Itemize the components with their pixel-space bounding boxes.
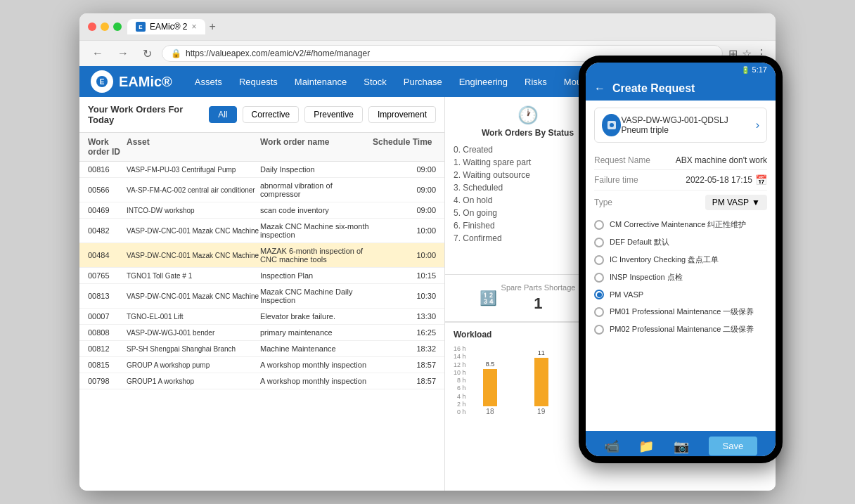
nav-maintenance[interactable]: Maintenance bbox=[286, 66, 355, 97]
browser-titlebar: E EAMic® 2 × + bbox=[79, 13, 776, 40]
panel-header: Your Work Orders For Today All Correctiv… bbox=[79, 97, 444, 133]
radio-item[interactable]: PM VASP bbox=[594, 287, 767, 302]
maximize-button[interactable] bbox=[113, 22, 122, 31]
row-name: primary maintenance bbox=[260, 328, 373, 337]
row-name: Mazak CNC Machine six-month inspection bbox=[260, 222, 373, 239]
table-row[interactable]: 00469 INTCO-DW workshop scan code invent… bbox=[79, 202, 444, 219]
table-row[interactable]: 00007 TGNO-EL-001 Lift Elevator brake fa… bbox=[79, 309, 444, 325]
save-button[interactable]: Save bbox=[709, 437, 758, 455]
minimize-button[interactable] bbox=[101, 22, 109, 31]
bar-stack: 8.5 bbox=[483, 336, 497, 406]
failure-time-label: Failure time bbox=[594, 175, 638, 185]
row-time: 10:00 bbox=[373, 251, 436, 259]
radio-label: INSP Inspection 点检 bbox=[610, 272, 683, 283]
bar-value: 8.5 bbox=[486, 361, 495, 368]
row-id: 00798 bbox=[88, 377, 127, 385]
table-row[interactable]: 00813 VASP-DW-CNC-001 Mazak CNC Machine … bbox=[79, 284, 444, 309]
row-name: Mazak CNC Machine Daily Inspection bbox=[260, 287, 373, 304]
radio-circle bbox=[594, 220, 604, 230]
phone-header: ← Create Request bbox=[586, 77, 776, 101]
table-row[interactable]: 00815 GROUP A workshop pump A workshop m… bbox=[79, 357, 444, 373]
camera-photo-icon[interactable]: 📷 bbox=[674, 439, 689, 454]
radio-item[interactable]: INSP Inspection 点检 bbox=[594, 270, 767, 285]
table-row[interactable]: 00566 VA-SP-FM-AC-002 central air condit… bbox=[79, 178, 444, 202]
row-name: scan code inventory bbox=[260, 206, 373, 214]
row-id: 00566 bbox=[88, 186, 127, 194]
filter-improvement[interactable]: Improvement bbox=[368, 106, 436, 123]
phone-back-button[interactable]: ← bbox=[594, 82, 605, 95]
row-id: 00765 bbox=[88, 271, 127, 280]
radio-label: PM01 Professional Maintenance 一级保养 bbox=[610, 306, 754, 317]
calc-icon: 🔢 bbox=[480, 290, 497, 306]
row-asset: SP-SH Shengpai Shanghai Branch bbox=[127, 345, 260, 353]
shortage-value: 1 bbox=[501, 295, 576, 313]
nav-purchase[interactable]: Purchase bbox=[395, 66, 451, 97]
logo-icon: E bbox=[91, 70, 113, 93]
radio-item[interactable]: DEF Default 默认 bbox=[594, 235, 767, 250]
table-row[interactable]: 00808 VASP-DW-WGJ-001 bender primary mai… bbox=[79, 325, 444, 341]
col-name: Work order name bbox=[260, 137, 373, 157]
forward-button[interactable]: → bbox=[113, 46, 133, 61]
radio-item[interactable]: PM01 Professional Maintenance 一级保养 bbox=[594, 304, 767, 319]
table-row[interactable]: 00816 VASP-FM-PU-03 Centrifugal Pump Dai… bbox=[79, 162, 444, 178]
radio-label: PM VASP bbox=[610, 290, 643, 299]
phone-title: Create Request bbox=[612, 82, 767, 95]
row-time: 18:32 bbox=[373, 344, 436, 353]
tab-close-icon[interactable]: × bbox=[192, 22, 197, 32]
type-selector[interactable]: PM VASP ▼ bbox=[705, 195, 767, 210]
table-row[interactable]: 00798 GROUP1 A workshop A workshop month… bbox=[79, 373, 444, 389]
nav-assets[interactable]: Assets bbox=[186, 66, 231, 97]
security-icon: 🔒 bbox=[171, 49, 181, 58]
chart-bar-group: 11 19 bbox=[520, 336, 562, 415]
asset-chevron-right-icon[interactable]: › bbox=[756, 119, 759, 131]
folder-icon[interactable]: 📁 bbox=[638, 439, 654, 454]
radio-item[interactable]: IC Inventory Checking 盘点工单 bbox=[594, 252, 767, 267]
request-name-row: Request Name ABX machine don't work bbox=[594, 151, 767, 170]
col-id: Work order ID bbox=[88, 137, 127, 157]
radio-item[interactable]: CM Corrective Maintenance 纠正性维护 bbox=[594, 217, 767, 232]
row-name: MAZAK 6-month inspection of CNC machine … bbox=[260, 247, 373, 264]
nav-stock[interactable]: Stock bbox=[355, 66, 395, 97]
logo-text: EAMic® bbox=[119, 74, 172, 90]
back-button[interactable]: ← bbox=[88, 46, 108, 61]
tab-bar: E EAMic® 2 × + bbox=[127, 19, 216, 34]
nav-engineering[interactable]: Engineering bbox=[451, 66, 516, 97]
status-name: 1. Waiting spare part bbox=[454, 157, 531, 167]
calendar-icon[interactable]: 📅 bbox=[755, 174, 767, 186]
url-text: https://valueapex.com/eamic/v2/#/home/ma… bbox=[186, 49, 370, 58]
row-id: 00469 bbox=[88, 206, 127, 214]
shortage-label: Spare Parts Shortage bbox=[501, 283, 576, 292]
table-row[interactable]: 00765 TGNO1 Toll Gate # 1 Inspection Pla… bbox=[79, 268, 444, 284]
row-name: Elevator brake failure. bbox=[260, 312, 373, 321]
svg-point-3 bbox=[610, 123, 614, 127]
row-name: Inspection Plan bbox=[260, 271, 373, 280]
row-name: abnormal vibration of compressor bbox=[260, 181, 373, 198]
asset-card[interactable]: VASP-DW-WGJ-001-QDSLJ Pneum triple › bbox=[594, 108, 767, 143]
table-row[interactable]: 00482 VASP-DW-CNC-001 Mazak CNC Machine … bbox=[79, 219, 444, 243]
table-row[interactable]: 00484 VASP-DW-CNC-001 Mazak CNC Machine … bbox=[79, 243, 444, 268]
filter-preventive[interactable]: Preventive bbox=[304, 106, 363, 123]
asset-name: VASP-DW-WGJ-001-QDSLJ Pneum triple bbox=[621, 115, 755, 135]
row-id: 00808 bbox=[88, 328, 127, 337]
camera-video-icon[interactable]: 📹 bbox=[604, 439, 619, 454]
type-row: Type PM VASP ▼ bbox=[594, 190, 767, 214]
status-name: 4. On hold bbox=[454, 195, 492, 205]
status-name: 5. On going bbox=[454, 208, 497, 218]
type-value: PM VASP bbox=[712, 198, 749, 207]
filter-corrective[interactable]: Corrective bbox=[243, 106, 300, 123]
radio-item[interactable]: PM02 Professional Maintenance 二级保养 bbox=[594, 322, 767, 337]
table-row[interactable]: 00812 SP-SH Shengpai Shanghai Branch Mac… bbox=[79, 341, 444, 357]
new-tab-button[interactable]: + bbox=[210, 20, 216, 33]
tab-title: EAMic® 2 bbox=[150, 22, 188, 32]
close-button[interactable] bbox=[88, 22, 96, 31]
status-name: 7. Confirmed bbox=[454, 233, 502, 243]
nav-requests[interactable]: Requests bbox=[231, 66, 286, 97]
radio-circle bbox=[594, 238, 604, 247]
refresh-button[interactable]: ↻ bbox=[139, 46, 156, 62]
browser-tab[interactable]: E EAMic® 2 × bbox=[127, 19, 205, 34]
filter-all[interactable]: All bbox=[209, 106, 236, 123]
row-asset: INTCO-DW workshop bbox=[127, 207, 260, 214]
nav-risks[interactable]: Risks bbox=[516, 66, 555, 97]
row-time: 10:30 bbox=[373, 292, 436, 300]
bar-yellow bbox=[534, 358, 548, 406]
